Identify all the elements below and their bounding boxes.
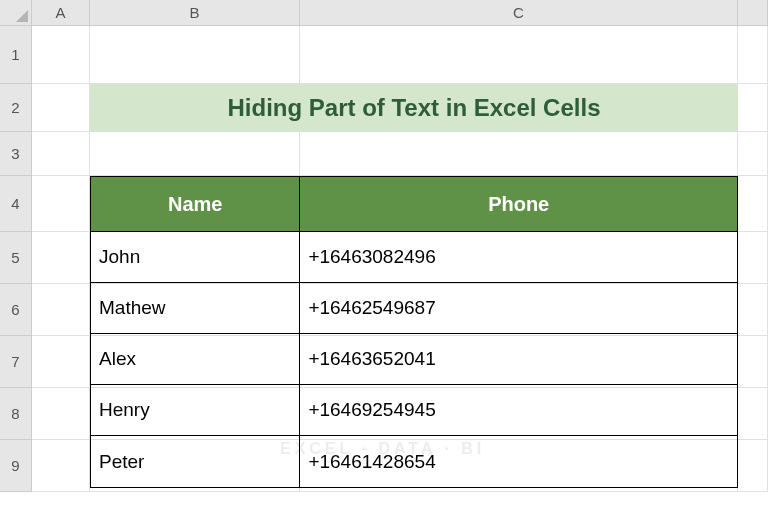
row-header-1[interactable]: 1 [0,26,32,84]
col-header-B[interactable]: B [90,0,300,26]
cell-phone[interactable]: +16463652041 [300,334,737,385]
cell-phone[interactable]: +16461428654 [300,436,737,487]
table-header-row: Name Phone [91,177,737,232]
cell-D8[interactable] [738,388,768,440]
cell-A9[interactable] [32,440,90,492]
table-row: John +16463082496 [91,232,737,283]
table-row: Peter +16461428654 [91,436,737,487]
cell-B1[interactable] [90,26,300,84]
table-row: Mathew +16462549687 [91,283,737,334]
row-header-6[interactable]: 6 [0,284,32,336]
cell-phone[interactable]: +16462549687 [300,283,737,334]
data-table: Name Phone John +16463082496 Mathew +164… [90,176,738,488]
cell-name[interactable]: Peter [91,436,300,487]
page-title: Hiding Part of Text in Excel Cells [90,84,738,132]
cell-D9[interactable] [738,440,768,492]
row-header-9[interactable]: 9 [0,440,32,492]
cell-phone[interactable]: +16469254945 [300,385,737,436]
cell-A2[interactable] [32,84,90,132]
cell-D5[interactable] [738,232,768,284]
cell-C3[interactable] [300,132,738,176]
row-header-3[interactable]: 3 [0,132,32,176]
row-header-8[interactable]: 8 [0,388,32,440]
cell-D3[interactable] [738,132,768,176]
row-header-2[interactable]: 2 [0,84,32,132]
cell-A6[interactable] [32,284,90,336]
cell-A8[interactable] [32,388,90,440]
cell-D6[interactable] [738,284,768,336]
cell-D2[interactable] [738,84,768,132]
cell-A7[interactable] [32,336,90,388]
spreadsheet-grid: A B C 1 2 3 4 5 6 7 8 9 Hiding Part of T… [0,0,768,528]
cell-name[interactable]: Mathew [91,283,300,334]
cell-phone[interactable]: +16463082496 [300,232,737,283]
row-header-7[interactable]: 7 [0,336,32,388]
cell-D4[interactable] [738,176,768,232]
cell-C1[interactable] [300,26,738,84]
cell-A4[interactable] [32,176,90,232]
cell-A5[interactable] [32,232,90,284]
row-headers: 1 2 3 4 5 6 7 8 9 [0,26,32,492]
row-header-5[interactable]: 5 [0,232,32,284]
cell-D1[interactable] [738,26,768,84]
cell-D7[interactable] [738,336,768,388]
table-row: Alex +16463652041 [91,334,737,385]
table-row: Henry +16469254945 [91,385,737,436]
cell-name[interactable]: John [91,232,300,283]
cell-A3[interactable] [32,132,90,176]
column-headers: A B C [32,0,768,26]
header-name[interactable]: Name [91,177,300,232]
col-header-C[interactable]: C [300,0,738,26]
col-header-D[interactable] [738,0,768,26]
row-header-4[interactable]: 4 [0,176,32,232]
cell-B3[interactable] [90,132,300,176]
cell-name[interactable]: Henry [91,385,300,436]
header-phone[interactable]: Phone [300,177,737,232]
select-all-corner[interactable] [0,0,32,26]
col-header-A[interactable]: A [32,0,90,26]
cell-name[interactable]: Alex [91,334,300,385]
cell-A1[interactable] [32,26,90,84]
